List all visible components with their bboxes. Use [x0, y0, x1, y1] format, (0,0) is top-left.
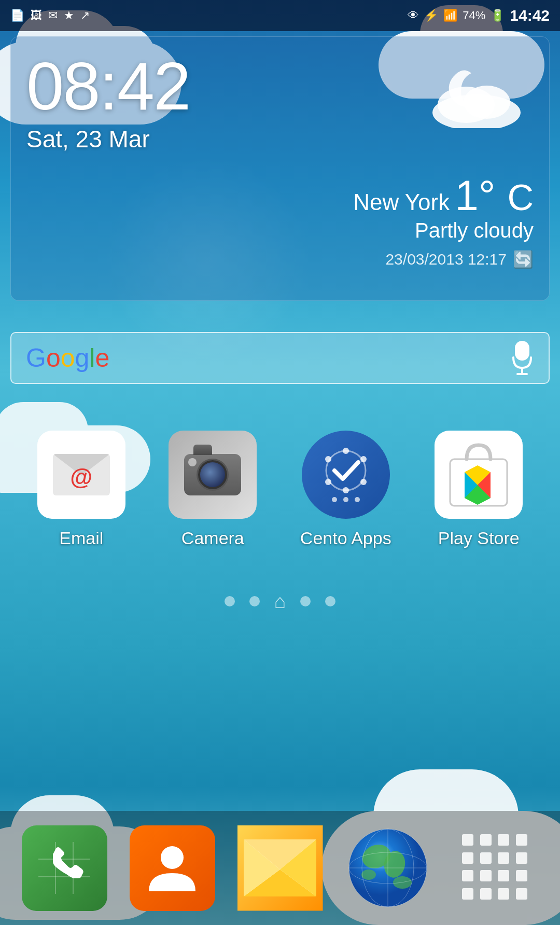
app-icons-row: @ Email Camera: [0, 431, 560, 548]
share-icon: ↗: [80, 9, 90, 22]
file-icon: 📄: [10, 9, 24, 22]
svg-point-14: [343, 497, 348, 502]
playstore-icon[interactable]: [435, 431, 523, 519]
cento-icon[interactable]: [302, 431, 390, 519]
star-icon: ★: [64, 9, 74, 22]
svg-point-30: [161, 846, 184, 869]
apps-drawer-icon[interactable]: [453, 825, 539, 911]
status-notifications: 📄 🖼 ✉ ★ ↗: [10, 9, 90, 22]
weather-condition: Partly cloudy: [353, 219, 534, 242]
svg-point-7: [343, 448, 349, 454]
weather-widget[interactable]: 08:42 Sat, 23 Mar New York 1° C Partly c…: [10, 36, 550, 301]
refresh-icon[interactable]: 🔄: [513, 250, 534, 269]
page-dot-2[interactable]: [249, 596, 260, 606]
svg-point-12: [325, 456, 331, 462]
bluetooth-icon: ⚡: [424, 9, 438, 22]
internet-icon[interactable]: [345, 825, 431, 911]
svg-point-6: [326, 451, 366, 490]
gmail-icon: ✉: [48, 9, 58, 22]
playstore-label: Play Store: [438, 528, 520, 548]
svg-point-13: [332, 497, 337, 502]
svg-point-10: [343, 487, 349, 493]
camera-icon[interactable]: [169, 431, 257, 519]
weather-unit: C: [507, 177, 534, 218]
status-indicators: 👁 ⚡ 📶 74% 🔋 14:42: [408, 7, 550, 24]
svg-point-2: [464, 86, 510, 119]
app-item-playstore[interactable]: Play Store: [435, 431, 523, 548]
google-logo: Google: [26, 343, 510, 373]
cloud-weather-icon: [430, 76, 523, 128]
status-time: 14:42: [510, 7, 550, 24]
voice-search-button[interactable]: [510, 341, 534, 375]
email-icon[interactable]: @: [37, 431, 125, 519]
phone-icon[interactable]: [22, 825, 107, 911]
svg-rect-3: [517, 342, 527, 360]
camera-label: Camera: [181, 528, 244, 548]
app-item-cento[interactable]: Cento Apps: [300, 431, 391, 548]
page-dot-1[interactable]: [225, 596, 235, 606]
app-item-email[interactable]: @ Email: [37, 431, 125, 548]
cento-label: Cento Apps: [300, 528, 391, 548]
weather-icon-area: [430, 52, 534, 135]
eye-icon: 👁: [408, 9, 419, 22]
dock-bar: [0, 811, 560, 925]
dock-item-phone[interactable]: [22, 825, 107, 911]
weather-info: New York 1° C Partly cloudy 23/03/2013 1…: [353, 174, 534, 269]
weather-city: New York: [353, 189, 450, 215]
svg-rect-5: [516, 373, 528, 375]
memo-icon[interactable]: [237, 825, 323, 911]
page-dot-4[interactable]: [300, 596, 311, 606]
page-dots: ⌂: [0, 591, 560, 611]
battery-icon: 🔋: [491, 9, 505, 22]
email-label: Email: [59, 528, 103, 548]
home-dot[interactable]: ⌂: [274, 591, 286, 611]
page-dot-5[interactable]: [325, 596, 335, 606]
contacts-icon[interactable]: [130, 825, 215, 911]
svg-point-15: [355, 497, 360, 502]
google-search-bar[interactable]: Google: [10, 332, 550, 384]
dock-item-memo[interactable]: [237, 825, 323, 911]
signal-icon: 📶: [443, 9, 457, 22]
svg-point-9: [360, 479, 367, 485]
status-bar: 📄 🖼 ✉ ★ ↗ 👁 ⚡ 📶 74% 🔋 14:42: [0, 0, 560, 31]
svg-point-11: [325, 479, 331, 485]
dock-item-apps[interactable]: [453, 825, 539, 911]
image-icon: 🖼: [31, 9, 42, 22]
weather-updated: 23/03/2013 12:17 🔄: [353, 250, 534, 269]
dock-item-internet[interactable]: [345, 825, 431, 911]
weather-temp: 1°: [455, 172, 495, 219]
svg-point-8: [360, 456, 367, 462]
svg-point-39: [361, 869, 376, 880]
app-item-camera[interactable]: Camera: [169, 431, 257, 548]
dock-item-contacts[interactable]: [130, 825, 215, 911]
battery-percent: 74%: [463, 9, 485, 22]
